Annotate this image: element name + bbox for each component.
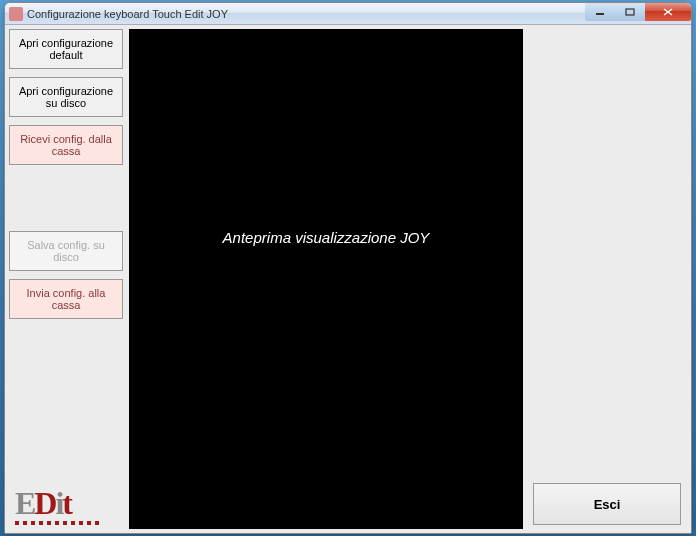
preview-panel: Anteprima visualizzazione JOY: [129, 29, 523, 529]
svg-rect-0: [596, 13, 604, 15]
maximize-icon: [625, 8, 635, 16]
sidebar: Apri configurazione default Apri configu…: [9, 29, 123, 319]
send-config-button[interactable]: Invia config. alla cassa: [9, 279, 123, 319]
minimize-icon: [595, 8, 605, 16]
close-button[interactable]: [645, 3, 691, 21]
open-disk-config-button[interactable]: Apri configurazione su disco: [9, 77, 123, 117]
receive-config-button[interactable]: Ricevi config. dalla cassa: [9, 125, 123, 165]
exit-button[interactable]: Esci: [533, 483, 681, 525]
sidebar-spacer: [9, 173, 123, 223]
open-default-config-button[interactable]: Apri configurazione default: [9, 29, 123, 69]
window-controls: [585, 3, 691, 21]
logo-char-d: D: [34, 485, 55, 521]
save-config-disk-button: Salva config. su disco: [9, 231, 123, 271]
close-icon: [662, 7, 674, 17]
maximize-button[interactable]: [615, 3, 645, 21]
minimize-button[interactable]: [585, 3, 615, 21]
edit-logo: EDit: [15, 487, 115, 527]
preview-label: Anteprima visualizzazione JOY: [223, 229, 430, 246]
svg-rect-1: [626, 9, 634, 15]
app-window: Configurazione keyboard Touch Edit JOY A…: [4, 2, 692, 534]
client-area: Apri configurazione default Apri configu…: [5, 25, 691, 533]
logo-char-e: E: [15, 485, 34, 521]
app-icon: [9, 7, 23, 21]
logo-underline: [15, 521, 103, 525]
titlebar: Configurazione keyboard Touch Edit JOY: [5, 3, 691, 25]
logo-char-t: t: [62, 485, 71, 521]
